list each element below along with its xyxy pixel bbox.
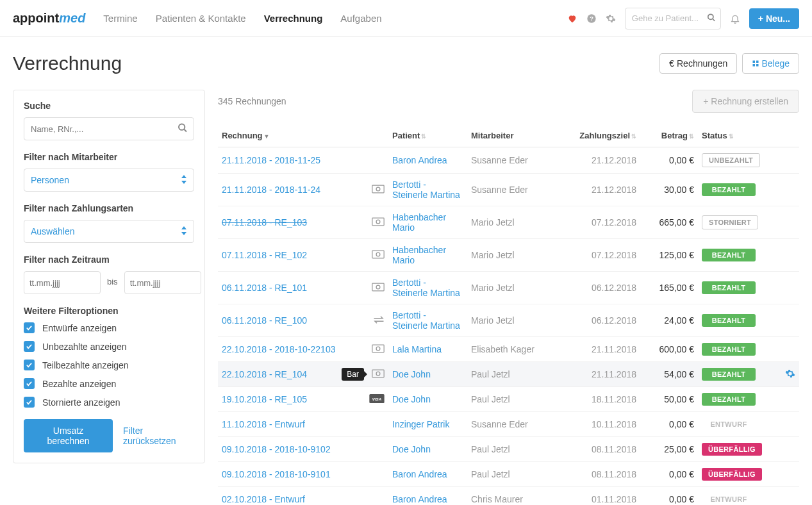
invoice-link[interactable]: 21.11.2018 - 2018-11-25 [222,155,320,165]
due-date: 01.11.2018 [592,494,636,504]
th-zahlungsziel[interactable]: Zahlungsziel⇅ [570,124,640,147]
patient-link[interactable]: Doe John [392,394,431,404]
invoice-link[interactable]: 09.10.2018 - 2018-10-9102 [222,444,331,454]
patient-link[interactable]: Doe John [392,444,431,454]
invoice-link[interactable]: 22.10.2018 - RE_104 [222,369,307,379]
invoice-link[interactable]: 02.10.2018 - Entwurf [222,494,305,504]
filter-search-input[interactable] [24,117,194,140]
patient-link[interactable]: Habenbacher Mario [392,212,446,233]
search-icon[interactable] [178,123,188,135]
due-date: 21.12.2018 [592,185,636,195]
invoice-link[interactable]: 09.10.2018 - 2018-10-9101 [222,469,331,479]
th-patient[interactable]: Patient⇅ [388,124,467,147]
th-rechnung[interactable]: Rechnung▼ [218,124,365,147]
checkbox[interactable] [24,341,35,352]
paytype-select[interactable]: Auswählen [24,220,194,243]
invoice-link[interactable]: 21.11.2018 - 2018-11-24 [222,185,320,195]
tab-invoices[interactable]: € Rechnungen [659,53,737,74]
checkbox[interactable] [24,322,35,333]
table-row[interactable]: 09.10.2018 - 2018-10-9101 Baron Andrea P… [218,462,799,487]
row-gear-icon[interactable] [785,370,795,381]
invoice-link[interactable]: 19.10.2018 - RE_105 [222,394,307,404]
date-from-input[interactable] [24,271,101,294]
invoice-table: Rechnung▼ Patient⇅ Mitarbeiter Zahlungsz… [218,124,799,505]
checkbox[interactable] [24,378,35,389]
patient-link[interactable]: Habenbacher Mario [392,245,446,265]
search-icon[interactable] [707,13,716,24]
patient-link[interactable]: Bertotti - Steinerle Martina [392,310,460,331]
help-icon[interactable]: ? [586,13,597,24]
amount: 24,00 € [640,304,698,337]
table-row[interactable]: 09.10.2018 - 2018-10-9102 Doe John Paul … [218,437,799,462]
th-status[interactable]: Status⇅ [698,124,781,147]
chevron-updown-icon [181,175,187,186]
staff-filter-label: Filter nach Mitarbeiter [24,152,194,162]
heart-icon[interactable] [567,13,577,24]
table-row[interactable]: 07.11.2018 - RE_103 Habenbacher Mario Ma… [218,206,799,239]
th-betrag[interactable]: Betrag⇅ [640,124,698,147]
patient-link[interactable]: Lala Martina [392,344,442,354]
invoice-link[interactable]: 07.11.2018 - RE_102 [222,250,307,260]
staff-name: Paul Jetzl [471,444,510,454]
calculate-button[interactable]: Umsatz berechnen [24,419,113,452]
checkbox[interactable] [24,360,35,370]
bell-icon[interactable] [730,13,740,24]
cash-icon [372,250,385,259]
table-row[interactable]: 21.11.2018 - 2018-11-25 Baron Andrea Sus… [218,147,799,174]
table-row[interactable]: 11.10.2018 - Entwurf Inzinger Patrik Sus… [218,412,799,437]
patient-link[interactable]: Baron Andrea [392,155,447,165]
status-badge: BEZAHLT [702,393,756,406]
new-button[interactable]: + Neu... [749,8,799,29]
nav-item[interactable]: Patienten & Kontakte [156,13,246,24]
nav-item[interactable]: Aufgaben [340,13,381,24]
reset-filter-link[interactable]: Filter zurücksetzen [123,426,194,446]
date-to-input[interactable] [124,271,201,294]
table-row[interactable]: 07.11.2018 - RE_102 Habenbacher Mario Ma… [218,239,799,272]
checkbox-label: Stornierte anzeigen [42,397,120,408]
svg-rect-6 [753,64,756,67]
table-row[interactable]: 06.11.2018 - RE_100 Bertotti - Steinerle… [218,304,799,337]
svg-point-19 [376,347,380,351]
cash-icon [372,283,385,292]
logo[interactable]: appointmed [13,11,85,26]
invoice-link[interactable]: 22.10.2018 - 2018-10-22103 [222,344,335,354]
invoice-link[interactable]: 11.10.2018 - Entwurf [222,419,305,429]
tooltip: Bar [342,368,364,381]
cash-icon [372,369,385,378]
patient-link[interactable]: Bertotti - Steinerle Martina [392,277,460,298]
status-badge: BEZAHLT [702,314,756,327]
table-row[interactable]: 02.10.2018 - Entwurf Baron Andrea Chris … [218,487,799,506]
table-row[interactable]: 22.10.2018 - RE_104 Bar Doe John Paul Je… [218,362,799,387]
create-invoice-button[interactable]: + Rechnung erstellen [692,90,799,113]
table-row[interactable]: 21.11.2018 - 2018-11-24 Bertotti - Stein… [218,174,799,206]
checkbox[interactable] [24,397,35,408]
status-badge: ÜBERFÄLLIG [702,443,762,456]
svg-rect-4 [753,61,756,63]
due-date: 21.11.2018 [592,344,636,354]
invoice-link[interactable]: 06.11.2018 - RE_101 [222,283,307,293]
tab-receipts[interactable]: Belege [742,53,799,74]
nav-item[interactable]: Termine [103,13,137,24]
th-mitarbeiter[interactable]: Mitarbeiter [467,124,570,147]
gear-icon[interactable] [606,13,616,24]
svg-line-3 [713,19,715,21]
table-row[interactable]: 19.10.2018 - RE_105 VISA Doe John Paul J… [218,387,799,412]
table-row[interactable]: 06.11.2018 - RE_101 Bertotti - Steinerle… [218,272,799,304]
table-row[interactable]: 22.10.2018 - 2018-10-22103 Lala Martina … [218,337,799,362]
checkbox-label: Bezahlte anzeigen [42,379,116,389]
staff-select[interactable]: Personen [24,169,194,192]
patient-link[interactable]: Inzinger Patrik [392,419,449,429]
invoice-link[interactable]: 06.11.2018 - RE_100 [222,315,307,326]
status-badge: ÜBERFÄLLIG [702,468,762,481]
invoice-link[interactable]: 07.11.2018 - RE_103 [222,217,307,228]
cash-icon [372,217,385,226]
patient-link[interactable]: Doe John [392,369,431,379]
nav-item[interactable]: Verrechnung [264,13,323,24]
patient-link[interactable]: Baron Andrea [392,494,447,504]
due-date: 06.12.2018 [592,315,636,326]
svg-rect-5 [756,61,759,63]
visa-icon: VISA [369,394,385,403]
status-badge: ENTWURF [702,418,756,431]
patient-link[interactable]: Bertotti - Steinerle Martina [392,179,460,200]
patient-link[interactable]: Baron Andrea [392,469,447,479]
